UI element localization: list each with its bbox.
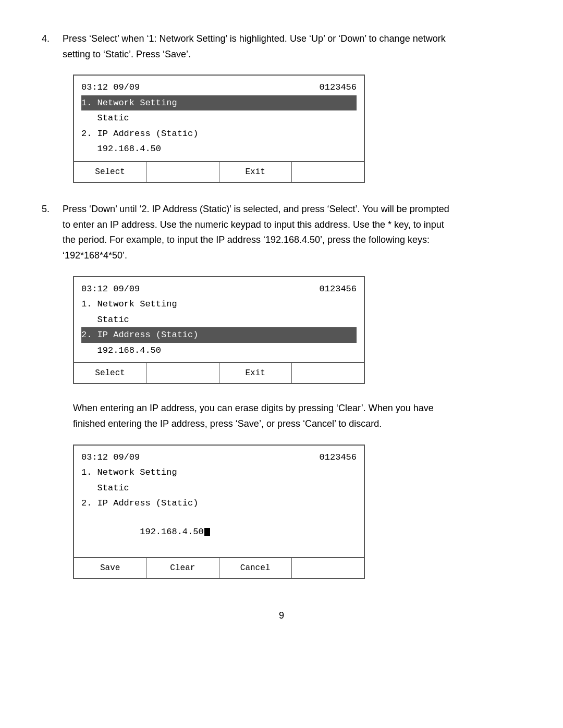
screen-1-btn-blank1 <box>146 162 219 182</box>
step-4-number: 4. <box>42 31 56 62</box>
screen-1-row-2: Static <box>81 110 357 126</box>
screen-1-row-3: 2. IP Address (Static) <box>81 126 357 142</box>
screen-2: 03:12 09/09 0123456 1. Network Setting S… <box>73 276 365 385</box>
screen-3-row-3: 2. IP Address (Static) <box>81 496 357 511</box>
screen-1-btn-blank2 <box>292 162 364 182</box>
screen-1-body: 03:12 09/09 0123456 1. Network Setting S… <box>74 76 364 161</box>
screen-2-row-2: Static <box>81 312 357 328</box>
screen-3-body: 03:12 09/09 0123456 1. Network Setting S… <box>74 446 364 558</box>
screen-1-buttons: Select Exit <box>74 161 364 182</box>
screen-3-btn-cancel[interactable]: Cancel <box>219 558 292 578</box>
sub-text-line1: When entering an IP address, you can era… <box>73 403 434 413</box>
screen-3-btn-clear[interactable]: Clear <box>146 558 219 578</box>
screen-2-row-3: 2. IP Address (Static) <box>81 327 357 343</box>
screen-3-row-2: Static <box>81 480 357 496</box>
step-5-text: 5. Press ‘Down’ until ‘2. IP Address (St… <box>42 202 521 264</box>
screen-1-header: 03:12 09/09 0123456 <box>81 80 357 95</box>
step-5-line1: Press ‘Down’ until ‘2. IP Address (Stati… <box>63 204 449 214</box>
screen-2-btn-exit[interactable]: Exit <box>219 363 292 383</box>
step-5-section: 5. Press ‘Down’ until ‘2. IP Address (St… <box>42 202 521 579</box>
screen-2-header: 03:12 09/09 0123456 <box>81 281 357 297</box>
step-4-section: 4. Press ‘Select’ when ‘1: Network Setti… <box>42 31 521 183</box>
screen-2-btn-select[interactable]: Select <box>74 363 146 383</box>
step-5-line3: the period. For example, to input the IP… <box>63 235 430 245</box>
screen-3-row-1: 1. Network Setting <box>81 465 357 480</box>
screen-3-row-4: 192.168.4.50 <box>81 511 357 553</box>
screen-1-btn-exit[interactable]: Exit <box>219 162 292 182</box>
page-number: 9 <box>42 610 521 621</box>
screen-1-row-4: 192.168.4.50 <box>81 141 357 157</box>
step-4-text: 4. Press ‘Select’ when ‘1: Network Setti… <box>42 31 521 62</box>
step-4-line1: Press ‘Select’ when ‘1: Network Setting’… <box>63 33 446 44</box>
screen-3-header: 03:12 09/09 0123456 <box>81 450 357 465</box>
screen-1-btn-select[interactable]: Select <box>74 162 146 182</box>
sub-text: When entering an IP address, you can era… <box>73 401 521 431</box>
screen-3-buttons: Save Clear Cancel <box>74 557 364 578</box>
step-5-line4: ‘192*168*4*50’. <box>63 250 127 261</box>
sub-text-line2: finished entering the IP address, press … <box>73 418 382 429</box>
step-5-number: 5. <box>42 202 56 264</box>
screen-2-row-1: 1. Network Setting <box>81 297 357 312</box>
screen-2-body: 03:12 09/09 0123456 1. Network Setting S… <box>74 277 364 363</box>
step-5-line2: to enter an IP address. Use the numeric … <box>63 219 444 230</box>
screen-2-btn-blank1 <box>146 363 219 383</box>
screen-3-btn-save[interactable]: Save <box>74 558 146 578</box>
screen-3: 03:12 09/09 0123456 1. Network Setting S… <box>73 445 365 579</box>
step-4-line2: setting to ‘Static’. Press ‘Save’. <box>63 49 191 59</box>
screen-1-row-1: 1. Network Setting <box>81 95 357 111</box>
screen-3-btn-blank <box>292 558 364 578</box>
cursor-block <box>204 528 210 536</box>
screen-2-row-4: 192.168.4.50 <box>81 343 357 359</box>
screen-2-btn-blank2 <box>292 363 364 383</box>
screen-2-buttons: Select Exit <box>74 362 364 383</box>
step-5-content: Press ‘Down’ until ‘2. IP Address (Stati… <box>63 202 449 264</box>
step-4-content: Press ‘Select’ when ‘1: Network Setting’… <box>63 31 446 62</box>
screen-1: 03:12 09/09 0123456 1. Network Setting S… <box>73 75 365 183</box>
